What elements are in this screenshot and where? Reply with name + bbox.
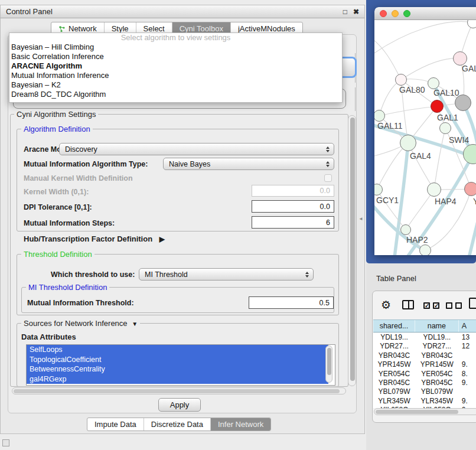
gear-icon[interactable]: ⚙ <box>381 298 391 312</box>
node-label: SWI4 <box>449 135 469 145</box>
network-node-gal4[interactable] <box>400 135 416 151</box>
list-item[interactable]: TopologicalCoefficient <box>27 355 328 365</box>
control-panel-title: Control Panel <box>6 7 337 16</box>
spinner-icon <box>326 161 330 167</box>
network-icon <box>58 25 66 32</box>
network-node-hap2[interactable] <box>400 224 411 235</box>
settings-group-title: Cyni Algorithm Settings <box>14 110 98 119</box>
close-traffic-light[interactable] <box>380 10 387 17</box>
dropdown-item[interactable]: Dream8 DC_TDC Algorithm <box>9 90 342 99</box>
data-attributes-list: SelfLoops TopologicalCoefficient Between… <box>26 344 335 386</box>
checked-checkbox-icon[interactable]: ✓ <box>433 302 439 309</box>
mi-steps-label: Mutual Information Steps: <box>24 219 115 227</box>
unchecked-checkbox-icon[interactable] <box>446 302 452 309</box>
network-node-pink[interactable] <box>464 182 476 196</box>
node-label: GAL10 <box>433 88 459 97</box>
bottom-tabbar: Impute Data Discretize Data Infer Networ… <box>87 418 271 431</box>
window-grip-icon[interactable] <box>2 439 9 446</box>
node-label: GAL1 <box>437 113 458 122</box>
minimize-traffic-light[interactable] <box>392 10 399 17</box>
node-label: Y <box>473 197 476 206</box>
dpi-tolerance-field[interactable]: 0.0 <box>252 200 334 213</box>
dropdown-item-highlighted[interactable]: ARACNE Algorithm <box>9 61 342 71</box>
close-window-icon[interactable]: ✖ <box>353 8 359 16</box>
control-panel-titlebar: Control Panel □ ✖ <box>0 5 365 18</box>
network-node-gal10[interactable] <box>428 77 439 89</box>
aracne-mode-combo[interactable]: Discovery <box>59 143 334 155</box>
table-horizontal-scrollbar[interactable] <box>374 408 476 415</box>
hub-section-toggle[interactable]: Hub/Transcription Factor Definition ▶ <box>24 234 165 243</box>
collapsed-arrow-icon: ▶ <box>159 235 165 243</box>
list-item[interactable]: gal4RGexp <box>27 374 328 384</box>
dropdown-item[interactable]: Mutual Information Inference <box>9 71 342 80</box>
mi-threshold-label: Mutual Information Threshold: <box>27 299 134 307</box>
mi-type-combo[interactable]: Naive Bayes <box>163 158 334 170</box>
table-row[interactable]: YBR045CYBR045C9. <box>373 379 476 387</box>
spinner-icon <box>326 146 330 152</box>
dropdown-prompt: Select algorithm to view settings <box>9 33 342 43</box>
kernel-width-field[interactable]: 0.0 <box>252 185 334 197</box>
network-window: GAL GAL80 GAL10 GAL1 GAL11 SWI4 GAL4 GCY… <box>374 7 476 255</box>
node-label: HAP4 <box>435 197 457 206</box>
column-header[interactable]: shared... <box>373 320 415 332</box>
node-label: GCY1 <box>376 195 399 205</box>
node-label: GAL <box>462 64 476 73</box>
float-window-icon[interactable]: □ <box>343 8 347 16</box>
network-node-gal1[interactable] <box>431 100 444 113</box>
tab-infer-network[interactable]: Infer Network <box>211 418 270 431</box>
list-item[interactable]: SelfLoops <box>27 345 328 355</box>
column-header[interactable]: A <box>459 320 476 332</box>
node-label: GAL4 <box>410 151 431 161</box>
list-item[interactable]: BetweennessCentrality <box>27 364 328 374</box>
network-window-titlebar <box>374 7 476 20</box>
screen: Control Panel □ ✖ Network Style Select C… <box>0 0 476 450</box>
mi-type-value: Naive Bayes <box>169 160 210 168</box>
dropdown-item[interactable]: Basic Correlation Inference <box>9 52 342 61</box>
data-attributes-label: Data Attributes <box>21 332 76 341</box>
zoom-traffic-light[interactable] <box>403 10 410 17</box>
obscured-groupbox-edge <box>355 87 356 111</box>
tab-impute-data[interactable]: Impute Data <box>87 418 144 431</box>
which-threshold-combo[interactable]: MI Threshold <box>139 268 314 281</box>
table-header: shared... name A <box>373 319 476 332</box>
list-vertical-scrollbar[interactable] <box>325 345 332 383</box>
dropdown-item[interactable]: Bayesian – K2 <box>9 80 342 90</box>
dpi-tolerance-label: DPI Tolerance [0,1]: <box>24 203 92 211</box>
table-row[interactable]: YPR145WYPR145W9. <box>373 360 476 369</box>
column-header[interactable]: name <box>415 320 459 332</box>
sources-group-title[interactable]: Sources for Network Inference ▼ <box>21 319 140 328</box>
manual-kernel-checkbox[interactable] <box>324 174 332 182</box>
table-body: YDL19...YDL19...13 YDR27...YDR27...12 YB… <box>373 333 476 408</box>
network-node[interactable] <box>419 244 431 255</box>
checked-checkbox-icon[interactable]: ✓ <box>423 302 430 309</box>
table-row[interactable]: YBL079WYBL079W <box>373 387 476 396</box>
table-row[interactable]: YDR27...YDR27...12 <box>373 342 476 351</box>
settings-horizontal-scrollbar[interactable] <box>12 387 346 394</box>
tab-network-label: Network <box>69 24 97 33</box>
network-node-gal80[interactable] <box>395 74 407 86</box>
dropdown-item[interactable]: Bayesian – Hill Climbing <box>9 43 342 52</box>
network-canvas[interactable]: GAL GAL80 GAL10 GAL1 GAL11 SWI4 GAL4 GCY… <box>374 20 476 255</box>
table-row[interactable]: YER054CYER054C8. <box>373 370 476 379</box>
apply-button[interactable]: Apply <box>158 398 201 412</box>
columns-icon[interactable] <box>402 300 414 309</box>
table-row[interactable]: YDL19...YDL19...13 <box>373 333 476 342</box>
table-row[interactable]: YLR345WYLR345W9. <box>373 397 476 406</box>
splitter-arrow-icon[interactable]: ◄ <box>358 216 363 221</box>
mi-type-label: Mutual Information Algorithm Type: <box>24 160 148 168</box>
tab-discretize-data[interactable]: Discretize Data <box>144 418 211 431</box>
spinner-icon <box>305 272 309 278</box>
algorithm-dropdown-popup: Select algorithm to view settings Bayesi… <box>9 32 343 103</box>
expanded-arrow-icon: ▼ <box>132 321 138 327</box>
node-label: GAL11 <box>377 121 403 131</box>
table-panel-title: Table Panel <box>376 274 416 283</box>
mi-threshold-field[interactable]: 0.5 <box>249 296 334 309</box>
kernel-width-label: Kernel Width (0,1): <box>24 188 89 196</box>
settings-vertical-scrollbar[interactable] <box>348 115 356 386</box>
network-node-hap4[interactable] <box>427 182 441 197</box>
table-row[interactable]: YBR043CYBR043C <box>373 351 476 360</box>
document-icon[interactable] <box>469 298 476 309</box>
unchecked-checkbox-icon[interactable] <box>455 302 462 309</box>
mi-steps-field[interactable]: 6 <box>252 216 334 229</box>
network-node-swi4-small[interactable] <box>439 122 451 134</box>
